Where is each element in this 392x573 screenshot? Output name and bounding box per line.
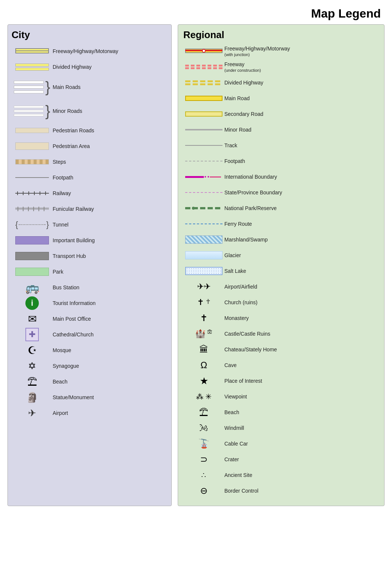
list-item: Main Road: [183, 92, 380, 105]
statue-icon: 🗿: [12, 392, 53, 403]
tourist-info-icon: i: [12, 296, 53, 310]
transport-hub-icon: [12, 252, 53, 260]
reg-freeway-label: Freeway/Highway/Motorway(with junction): [224, 45, 290, 57]
viewpoint-label: Viewpoint: [224, 393, 247, 400]
glacier-icon: [183, 251, 224, 259]
reg-freeway-construction-icon: [183, 65, 224, 69]
footpath-icon: [12, 177, 53, 178]
salt-lake-icon: [183, 267, 224, 275]
state-boundary-label: State/Province Boundary: [224, 189, 282, 196]
list-item: National Park/Reserve: [183, 201, 380, 215]
list-item: Important Building: [12, 234, 168, 247]
park-icon: [12, 268, 53, 276]
reg-divided-icon: [183, 80, 224, 85]
list-item: 🏛 Chateau/Stately Home: [183, 343, 380, 356]
steps-label: Steps: [53, 158, 66, 165]
windmill-icon: 🌬: [183, 423, 224, 433]
divided-highway-label: Divided Highway: [53, 64, 91, 70]
reg-track-icon: [183, 145, 224, 146]
national-park-icon: [183, 206, 224, 210]
national-park-label: National Park/Reserve: [224, 205, 277, 212]
main-roads-brace: }: [45, 80, 50, 95]
cathedral-icon: ✚: [12, 328, 53, 341]
list-item: ⊃ Crater: [183, 453, 380, 466]
city-title: City: [12, 29, 168, 41]
list-item: Funicular Railway: [12, 202, 168, 216]
ped-roads-label: Pedestrian Roads: [53, 127, 94, 134]
list-item: ✡ Synagogue: [12, 359, 168, 373]
list-item: Secondary Road: [183, 107, 380, 121]
list-item: } Minor Roads: [12, 101, 168, 121]
list-item: ✝ ✝ Church (ruins): [183, 296, 380, 309]
reg-divided-label: Divided Highway: [224, 79, 263, 86]
glacier-label: Glacier: [224, 252, 241, 259]
list-item: Park: [12, 265, 168, 278]
cave-icon: Ω: [183, 360, 224, 370]
railway-icon: [12, 191, 53, 195]
list-item: Divided Highway: [12, 60, 168, 74]
church-label: Church (ruins): [224, 299, 258, 306]
reg-main-road-label: Main Road: [224, 95, 250, 102]
list-item: Divided Highway: [183, 76, 380, 89]
list-item: 🌬 Windmill: [183, 421, 380, 435]
cable-car-icon: 🚡: [183, 438, 224, 449]
airport-icon: ✈✈: [183, 282, 224, 292]
transport-hub-label: Transport Hub: [53, 253, 86, 259]
place-interest-label: Place of Interest: [224, 378, 262, 384]
list-item: ✈ Airport: [12, 406, 168, 420]
chateau-icon: 🏛: [183, 344, 224, 355]
marshland-icon: [183, 235, 224, 244]
list-item: International Boundary: [183, 170, 380, 184]
monastery-icon: ✝: [183, 313, 224, 323]
funicular-icon: [12, 206, 53, 212]
synagogue-icon: ✡: [12, 360, 53, 372]
list-item: Marshland/Swamp: [183, 233, 380, 246]
tunnel-label: Tunnel: [53, 221, 68, 228]
regional-column: Regional Freeway/Highway/Motorway(with j…: [178, 24, 385, 506]
list-item: Steps: [12, 155, 168, 169]
reg-minor-road-icon: [183, 129, 224, 130]
beach-regional-icon: ⛱: [183, 407, 224, 418]
important-building-icon: [12, 236, 53, 244]
list-item: ✝ Monastery: [183, 311, 380, 325]
list-item: Pedestrian Roads: [12, 124, 168, 137]
main-roads-label: Main Roads: [53, 84, 81, 90]
list-item: 🏰 🏚 Castle/Castle Ruins: [183, 327, 380, 341]
reg-main-road-icon: [183, 96, 224, 101]
list-item: Transport Hub: [12, 249, 168, 263]
city-column: City Freeway/Highway/Motorway Divided Hi…: [7, 24, 172, 506]
list-item: Pedestrian Area: [12, 139, 168, 153]
airport-label: Airport/Airfield: [224, 283, 257, 290]
list-item: i Tourist Information: [12, 296, 168, 310]
ped-roads-icon: [12, 128, 53, 133]
reg-footpath-icon: [183, 161, 224, 161]
list-item: Salt Lake: [183, 264, 380, 278]
church-icon: ✝ ✝: [183, 298, 224, 307]
list-item: Freeway(under construction): [183, 60, 380, 74]
ferry-icon: [183, 224, 224, 224]
list-item: { } Tunnel: [12, 218, 168, 231]
border-control-icon: ⊖: [183, 486, 224, 496]
minor-roads-brace: }: [45, 104, 50, 118]
cable-car-label: Cable Car: [224, 440, 248, 447]
park-label: Park: [53, 268, 63, 275]
ped-area-label: Pedestrian Area: [53, 143, 90, 150]
reg-secondary-icon: [183, 111, 224, 117]
castle-icon: 🏰 🏚: [183, 329, 224, 339]
chateau-label: Chateau/Stately Home: [224, 346, 277, 353]
beach-city-label: Beach: [53, 378, 68, 385]
list-item: 🗿 Statue/Monument: [12, 391, 168, 404]
windmill-label: Windmill: [224, 425, 244, 431]
list-item: ✉ Main Post Office: [12, 312, 168, 326]
cathedral-label: Cathedral/Church: [53, 331, 94, 338]
important-building-label: Important Building: [53, 237, 95, 244]
reg-minor-road-label: Minor Road: [224, 126, 251, 133]
list-item: Glacier: [183, 249, 380, 262]
regional-title: Regional: [183, 29, 380, 41]
list-item: ✈✈ Airport/Airfield: [183, 280, 380, 293]
list-item: Minor Road: [183, 123, 380, 136]
post-office-icon: ✉: [12, 313, 53, 325]
list-item: ⛱ Beach: [12, 375, 168, 388]
list-item: ⛱ Beach: [183, 406, 380, 419]
list-item: Freeway/Highway/Motorway: [12, 44, 168, 58]
